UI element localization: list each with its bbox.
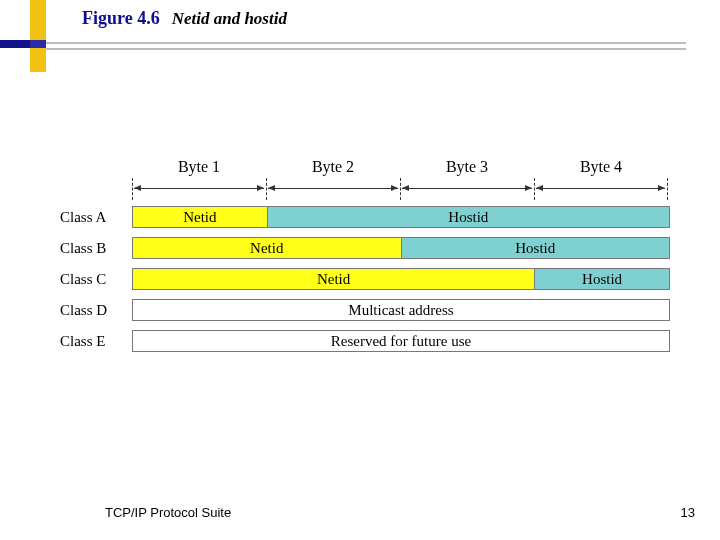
- byte-1-label: Byte 1: [132, 158, 266, 176]
- figure-title: Netid and hostid: [172, 9, 287, 29]
- class-a-hostid: Hostid: [268, 207, 669, 227]
- title-rule-top: [46, 42, 686, 44]
- class-c-row: Class C Netid Hostid: [60, 268, 670, 290]
- class-rows: Class A Netid Hostid Class B Netid Hosti…: [60, 206, 670, 352]
- class-c-netid: Netid: [133, 269, 535, 289]
- class-e-row: Class E Reserved for future use: [60, 330, 670, 352]
- class-a-netid: Netid: [133, 207, 268, 227]
- class-b-netid: Netid: [133, 238, 402, 258]
- byte-header: Byte 1 Byte 2 Byte 3 Byte 4: [132, 158, 670, 206]
- class-b-hostid: Hostid: [402, 238, 670, 258]
- byte-4-label: Byte 4: [534, 158, 668, 176]
- class-e-value: Reserved for future use: [133, 331, 669, 351]
- class-a-row: Class A Netid Hostid: [60, 206, 670, 228]
- byte-2-label: Byte 2: [266, 158, 400, 176]
- class-e-body: Reserved for future use: [132, 330, 670, 352]
- byte-3-label: Byte 3: [400, 158, 534, 176]
- class-a-label: Class A: [60, 206, 132, 228]
- class-b-label: Class B: [60, 237, 132, 259]
- class-d-value: Multicast address: [133, 300, 669, 320]
- class-a-body: Netid Hostid: [132, 206, 670, 228]
- class-b-row: Class B Netid Hostid: [60, 237, 670, 259]
- netid-hostid-diagram: Byte 1 Byte 2 Byte 3 Byte 4 Class A Neti…: [60, 158, 670, 361]
- class-c-body: Netid Hostid: [132, 268, 670, 290]
- class-b-body: Netid Hostid: [132, 237, 670, 259]
- footer-text: TCP/IP Protocol Suite: [105, 505, 231, 520]
- class-c-hostid: Hostid: [535, 269, 669, 289]
- class-d-row: Class D Multicast address: [60, 299, 670, 321]
- class-c-label: Class C: [60, 268, 132, 290]
- byte-extent-marks: [132, 178, 668, 202]
- class-d-body: Multicast address: [132, 299, 670, 321]
- page-number: 13: [681, 505, 695, 520]
- class-d-label: Class D: [60, 299, 132, 321]
- figure-number: Figure 4.6: [82, 8, 160, 29]
- title-rule-bottom: [46, 48, 686, 50]
- class-e-label: Class E: [60, 330, 132, 352]
- figure-title-row: Figure 4.6 Netid and hostid: [82, 8, 287, 29]
